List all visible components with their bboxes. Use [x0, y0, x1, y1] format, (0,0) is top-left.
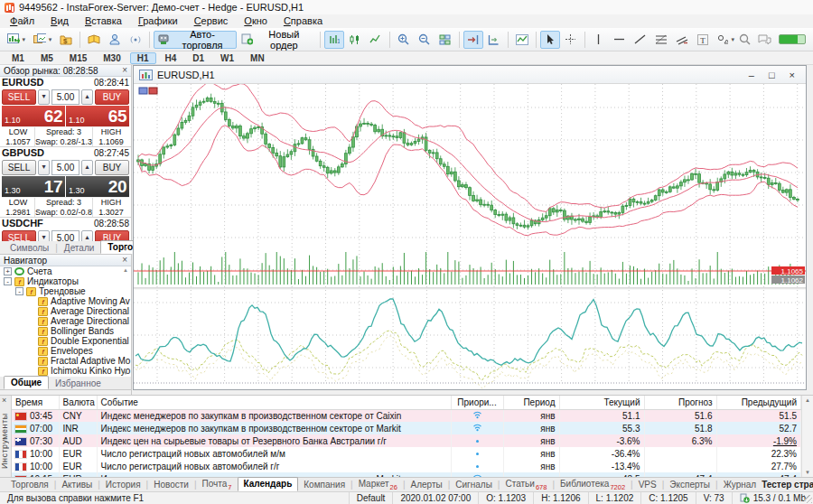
- navigator-tree-item[interactable]: fDouble Exponential: [0, 336, 131, 346]
- navigator-tree-item[interactable]: fEnvelopes: [0, 346, 131, 356]
- signals-button[interactable]: [126, 31, 145, 49]
- text-label-button[interactable]: T: [693, 31, 713, 49]
- buy-button[interactable]: BUY: [95, 89, 129, 105]
- toolbox-tab-Торговля[interactable]: Торговля: [5, 479, 54, 491]
- calendar-row[interactable]: 07:00 INRИндекс менеджеров по закупкам в…: [12, 422, 801, 434]
- buy-price-tile[interactable]: 1.1065: [66, 106, 129, 126]
- maximize-icon[interactable]: □: [769, 70, 775, 80]
- close-icon[interactable]: ×: [2, 396, 6, 405]
- calendar-row[interactable]: 10:00 EURЧисло регистраций новых автомоб…: [12, 460, 801, 472]
- navigator-tree-item[interactable]: +Счета: [0, 266, 131, 276]
- navigator-tree-item[interactable]: fAverage Directional: [0, 316, 131, 326]
- volume-input[interactable]: 5.00: [51, 89, 79, 105]
- calendar-row[interactable]: 03:45 CNYИндекс менеджеров по закупкам в…: [12, 409, 801, 422]
- algo-trading-button[interactable]: [105, 31, 125, 49]
- menu-Окно[interactable]: Окно: [236, 14, 276, 28]
- close-icon[interactable]: ×: [122, 66, 127, 75]
- resize-grip[interactable]: [804, 495, 812, 503]
- sell-button[interactable]: SELL: [2, 89, 36, 105]
- toolbox-tab-Журнал[interactable]: Журнал: [718, 479, 762, 491]
- toolbox-tab-Алерты[interactable]: Алерты: [405, 479, 447, 491]
- sell-price-tile[interactable]: 1.3017: [2, 176, 65, 197]
- search-icon[interactable]: [739, 33, 751, 45]
- chart-shift-button[interactable]: [463, 31, 483, 49]
- fibonacci-button[interactable]: [651, 31, 671, 49]
- toolbox-tab-История[interactable]: История: [100, 479, 146, 491]
- close-icon[interactable]: ×: [790, 70, 795, 80]
- tree-expander-icon[interactable]: -: [15, 287, 23, 295]
- menu-Вставка[interactable]: Вставка: [77, 14, 130, 28]
- navigator-tab-Общие[interactable]: Общие: [4, 376, 49, 389]
- new-chart-button[interactable]: ▾: [4, 31, 29, 49]
- tree-expander-icon[interactable]: +: [4, 267, 12, 275]
- calendar-column-5[interactable]: Текущий: [559, 396, 644, 409]
- profile-selector[interactable]: Default: [350, 492, 394, 504]
- toolbox-tab-Библиотека[interactable]: Библиотека7202: [555, 478, 631, 491]
- volume-input[interactable]: 5.00: [51, 160, 79, 175]
- calendar-column-7[interactable]: Предыдущий: [716, 396, 801, 409]
- trendline-button[interactable]: [631, 31, 650, 49]
- timeframe-MN[interactable]: MN: [243, 52, 272, 64]
- navigator-tree-item[interactable]: fAdaptive Moving Av: [0, 296, 131, 306]
- toolbox-tab-Календарь[interactable]: Календарь: [238, 477, 299, 491]
- toolbox-tab-Маркет[interactable]: Маркет26: [353, 478, 403, 491]
- shapes-button[interactable]: ▾: [714, 31, 738, 49]
- menu-Вид[interactable]: Вид: [42, 14, 77, 28]
- sell-button[interactable]: SELL: [2, 230, 36, 241]
- calendar-column-1[interactable]: Валюта: [59, 396, 97, 409]
- tile-windows-button[interactable]: [435, 31, 455, 49]
- toolbox-button[interactable]: [84, 31, 104, 49]
- sell-price-tile[interactable]: 1.1062: [2, 106, 65, 126]
- navigator-tree-item[interactable]: fIchimoku Kinko Hyo: [0, 366, 131, 376]
- volume-input[interactable]: 5.00: [51, 230, 79, 241]
- zoom-out-button[interactable]: [415, 31, 435, 49]
- timeframe-H4[interactable]: H4: [158, 52, 184, 64]
- market-watch-tab-Детали[interactable]: Детали: [58, 242, 100, 254]
- data-folder-button[interactable]: $: [56, 31, 76, 49]
- bar-chart-mode-button[interactable]: 1: [324, 31, 344, 49]
- buy-button[interactable]: BUY: [95, 160, 129, 175]
- calendar-column-4[interactable]: Период: [503, 396, 559, 409]
- horizontal-line-button[interactable]: [610, 31, 630, 49]
- menu-Файл[interactable]: Файл: [2, 14, 42, 28]
- navigator-tree-item[interactable]: fBollinger Bands: [0, 326, 131, 336]
- calendar-row[interactable]: 10:00 EURЧисло регистраций новых автомоб…: [12, 447, 801, 460]
- toolbox-tab-Сигналы[interactable]: Сигналы: [450, 479, 498, 491]
- equidistant-channel-button[interactable]: [672, 31, 692, 49]
- timeframe-W1[interactable]: W1: [213, 52, 241, 64]
- minimize-icon[interactable]: –: [749, 70, 754, 80]
- auto-scroll-button[interactable]: [484, 31, 504, 49]
- strategy-tester-label[interactable]: Тестер стратегий: [762, 479, 813, 491]
- toolbox-tab-Эксперты[interactable]: Эксперты: [664, 479, 715, 491]
- profiles-button[interactable]: ▾: [30, 31, 55, 49]
- menu-Графики[interactable]: Графики: [130, 14, 186, 28]
- volume-increase-button[interactable]: ▴: [81, 160, 93, 175]
- crosshair-button[interactable]: [561, 31, 581, 49]
- new-order-button[interactable]: Новый ордер: [238, 31, 316, 49]
- market-watch-tab-Символы[interactable]: Символы: [4, 242, 55, 254]
- volume-increase-button[interactable]: ▴: [81, 230, 93, 241]
- toolbox-tab-Почта[interactable]: Почта7: [197, 478, 238, 491]
- calendar-row[interactable]: 07:30 AUDИндекс цен на сырьевые товары о…: [12, 434, 801, 447]
- menu-Сервис[interactable]: Сервис: [186, 14, 237, 28]
- navigator-tree-item[interactable]: fFractal Adaptive Mo: [0, 356, 131, 366]
- calendar-column-0[interactable]: Время: [12, 396, 59, 409]
- sell-button[interactable]: SELL: [2, 160, 36, 175]
- timeframe-M1[interactable]: M1: [5, 52, 32, 64]
- timeframe-M30[interactable]: M30: [96, 52, 127, 64]
- menu-Справка[interactable]: Справка: [276, 14, 331, 28]
- calendar-scrollbar[interactable]: ▲ ▼: [801, 396, 813, 477]
- toolbox-tab-Новости[interactable]: Новости: [148, 479, 194, 491]
- autotrade-button[interactable]: Авто-торговля: [154, 31, 237, 49]
- price-chart[interactable]: 1.10651.1062: [134, 84, 806, 389]
- scroll-up-icon[interactable]: ▲: [805, 397, 810, 403]
- volume-decrease-button[interactable]: ▾: [38, 230, 50, 241]
- navigator-tab-Избранное[interactable]: Избранное: [49, 378, 107, 389]
- tree-expander-icon[interactable]: -: [4, 277, 12, 285]
- calendar-column-3[interactable]: Приори...: [451, 396, 503, 409]
- volume-decrease-button[interactable]: ▾: [38, 160, 50, 175]
- zoom-in-button[interactable]: [394, 31, 414, 49]
- timeframe-H1[interactable]: H1: [130, 52, 156, 64]
- toolbox-tab-Статьи[interactable]: Статьи678: [500, 478, 552, 491]
- calendar-column-2[interactable]: Событие: [97, 396, 451, 409]
